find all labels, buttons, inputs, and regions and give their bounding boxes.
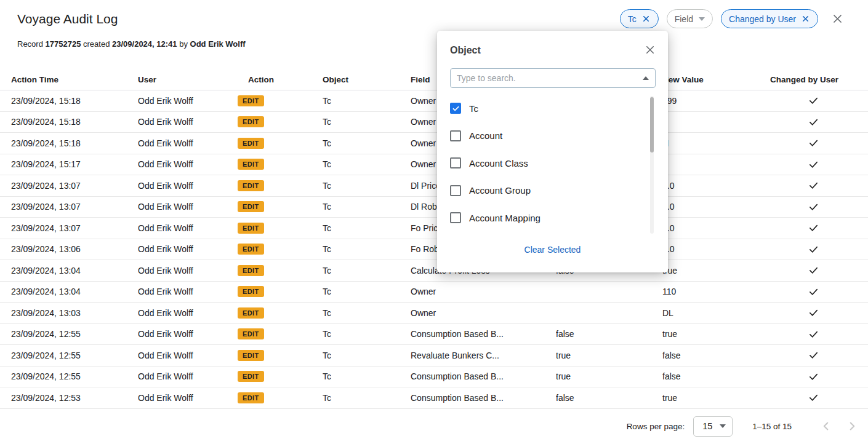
cell-old-value: false [556,324,657,345]
cell-action-time: 23/09/2024, 13:07 [11,197,134,218]
action-badge: EDIT [238,265,264,276]
remove-tc-filter-icon[interactable] [641,14,651,23]
cell-field: Consumption Based B... [411,387,553,408]
table-row: 23/09/2024, 15:18 Odd Erik Wolff EDIT Tc… [0,133,868,154]
cell-new-value: 0.0 [662,197,767,218]
cell-user: Odd Erik Wolff [138,260,236,281]
changed-by-user-checkmark [802,133,824,154]
table-row: 23/09/2024, 12:53 Odd Erik Wolff EDIT Tc… [0,387,868,409]
checkbox[interactable] [450,185,461,196]
cell-new-value: 0.0 [662,239,767,260]
column-header-field: Field [411,69,430,90]
action-badge: EDIT [238,392,264,403]
remove-changed-by-user-filter-icon[interactable] [801,14,810,23]
cell-old-value [556,282,657,303]
options-list: Tc Account Account Class Account Group A… [437,95,668,235]
action-badge: EDIT [238,201,264,212]
changed-by-user-checkmark [802,324,824,345]
cell-field: Owner [411,303,553,323]
filter-chip-changed-by-user[interactable]: Changed by User [721,9,818,28]
column-header-action-time: Action Time [11,69,58,90]
option-item[interactable]: Account Group [437,177,668,205]
cell-action: EDIT [238,175,311,196]
scrollbar[interactable] [650,96,654,234]
cell-new-value: true [662,260,767,281]
cell-user: Odd Erik Wolff [138,387,236,408]
cell-action: EDIT [238,345,311,366]
column-header-changed-by-user: Changed by User [770,69,838,90]
option-label: Account Mapping [469,213,540,223]
rows-per-page-label: Rows per page: [627,422,685,431]
cell-action: EDIT [238,387,311,408]
option-item[interactable]: Account Mapping [437,204,668,232]
cell-object: Tc [323,175,403,196]
popup-close-icon[interactable] [645,44,656,55]
action-badge: EDIT [238,244,264,255]
rows-per-page-value: 15 [702,421,712,431]
cell-action-time: 23/09/2024, 13:03 [11,303,134,323]
changed-by-user-checkmark [802,260,824,281]
action-badge: EDIT [238,116,264,127]
column-header-new-value: New Value [662,69,704,90]
record-prefix: Record [17,39,43,49]
table-row: 23/09/2024, 13:07 Odd Erik Wolff EDIT Tc… [0,218,868,239]
checkbox[interactable] [450,157,461,168]
option-item[interactable]: Tc [437,95,668,122]
option-item[interactable]: Account [437,122,668,150]
cell-action-time: 23/09/2024, 12:55 [11,324,134,345]
option-item[interactable]: Account Class [437,149,668,177]
object-filter-popup: Object Tc Account Account Class Account … [437,31,668,272]
table-header: Action Time User Action Object Field Old… [0,69,868,90]
checkbox[interactable] [450,212,461,223]
cell-user: Odd Erik Wolff [138,133,236,154]
table-row: 23/09/2024, 13:07 Odd Erik Wolff EDIT Tc… [0,197,868,218]
changed-by-user-checkmark [802,175,824,196]
changed-by-user-checkmark [802,90,824,111]
action-badge: EDIT [238,223,264,234]
previous-page-button[interactable] [819,419,834,434]
cell-user: Odd Erik Wolff [138,282,236,303]
filter-chip-tc[interactable]: Tc [620,9,659,28]
chevron-down-icon [699,17,705,21]
cell-object: Tc [323,112,403,133]
next-page-button[interactable] [845,419,859,434]
record-id: 17752725 [46,39,81,49]
checkbox[interactable] [450,130,461,141]
cell-new-value: 0.0 [662,175,767,196]
cell-action-time: 23/09/2024, 15:17 [11,154,134,175]
action-badge: EDIT [238,95,264,106]
popup-title: Object [450,45,481,56]
cell-action: EDIT [238,324,311,345]
search-input[interactable] [451,69,655,87]
cell-old-value: true [556,367,657,387]
record-created-by: Odd Erik Wolff [190,39,246,49]
action-badge: EDIT [238,286,264,297]
cell-user: Odd Erik Wolff [138,239,236,260]
changed-by-user-checkmark [802,197,824,218]
cell-action: EDIT [238,90,311,111]
scrollbar-thumb[interactable] [650,97,654,153]
clear-selected-link[interactable]: Clear Selected [437,245,668,255]
filter-chip-tc-label: Tc [628,14,637,24]
changed-by-user-checkmark [802,303,824,323]
table-body: 23/09/2024, 15:18 Odd Erik Wolff EDIT Tc… [0,90,868,409]
checkbox[interactable] [450,103,461,114]
cell-object: Tc [323,324,403,345]
cell-field: Owner [411,282,553,303]
cell-action-time: 23/09/2024, 13:04 [11,282,134,303]
cell-object: Tc [323,260,403,281]
column-header-object: Object [323,69,348,90]
filter-chip-field[interactable]: Field [667,9,713,28]
option-label: Account Class [469,158,528,168]
cell-action: EDIT [238,239,311,260]
cell-new-value: DL [662,303,767,323]
voyage-audit-log-page: Voyage Audit Log Record 17752725 created… [0,0,868,444]
column-header-action: Action [248,69,274,90]
cell-user: Odd Erik Wolff [138,112,236,133]
chevron-down-icon [720,424,726,428]
cell-user: Odd Erik Wolff [138,154,236,175]
close-icon[interactable] [832,13,843,25]
cell-action: EDIT [238,154,311,175]
rows-per-page-select[interactable]: 15 [693,416,733,437]
cell-user: Odd Erik Wolff [138,197,236,218]
